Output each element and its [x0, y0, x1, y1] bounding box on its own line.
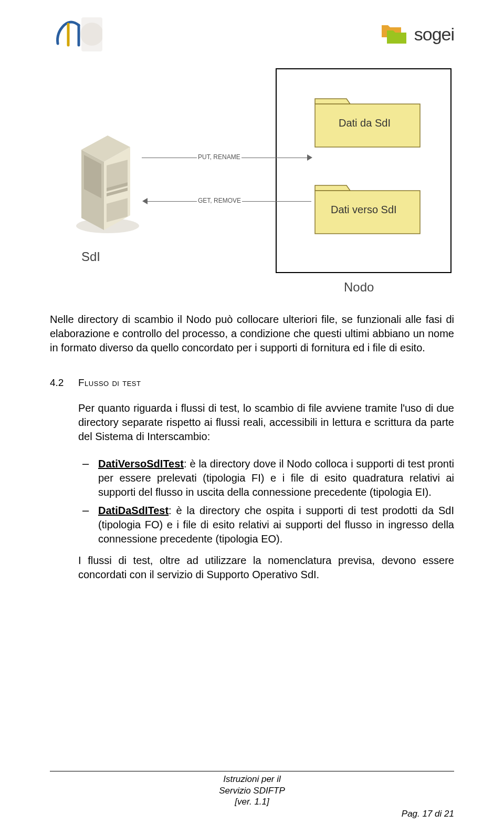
bullet-dash-icon: – — [78, 457, 98, 499]
page-number: Pag. 17 di 21 — [50, 809, 454, 819]
server-icon — [68, 126, 142, 236]
section-number: 4.2 — [50, 376, 78, 390]
arrow-head-right-icon — [307, 154, 312, 161]
server-label: SdI — [81, 249, 100, 264]
section-heading: 4.2 Flusso di test — [50, 376, 454, 390]
sogei-folders-icon — [377, 23, 409, 46]
paragraph-flusso: Per quanto riguarda i flussi di test, lo… — [78, 401, 454, 444]
page-footer: Istruzioni per il Servizio SDIFTP [ver. … — [50, 771, 454, 819]
list-item: – DatiVersoSdITest: è la directory dove … — [78, 457, 454, 499]
sdi-logo — [50, 15, 102, 54]
architecture-diagram: SdI Nodo Dati da SdI Dati verso SdI PUT,… — [50, 66, 454, 297]
bullet-dash-icon: – — [78, 504, 98, 546]
sogei-wordmark: sogei — [414, 24, 454, 45]
paragraph-intro: Nelle directory di scambio il Nodo può c… — [50, 312, 454, 355]
footer-center-text: Istruzioni per il Servizio SDIFTP [ver. … — [50, 774, 454, 807]
folder2-label: Dati verso SdI — [331, 204, 397, 216]
arrow1-label: PUT, RENAME — [197, 153, 242, 161]
arrow-head-left-icon — [142, 198, 148, 204]
svg-point-1 — [80, 23, 102, 46]
page-header: sogei — [50, 13, 454, 55]
body-text: Nelle directory di scambio il Nodo può c… — [50, 312, 454, 582]
folder1-label: Dati da SdI — [339, 117, 391, 129]
arrow2-label: GET, REMOVE — [197, 197, 242, 204]
bullet-text: DatiDaSdITest: è la directory che ospita… — [98, 504, 454, 546]
footer-divider — [50, 771, 454, 771]
nodo-label: Nodo — [344, 280, 374, 295]
bullet-list: – DatiVersoSdITest: è la directory dove … — [78, 457, 454, 546]
closing-paragraph: I flussi di test, oltre ad utilizzare la… — [78, 554, 454, 582]
bullet-text: DatiVersoSdITest: è la directory dove il… — [98, 457, 454, 499]
sogei-logo: sogei — [377, 23, 454, 46]
section-title: Flusso di test — [78, 376, 141, 390]
list-item: – DatiDaSdITest: è la directory che ospi… — [78, 504, 454, 546]
